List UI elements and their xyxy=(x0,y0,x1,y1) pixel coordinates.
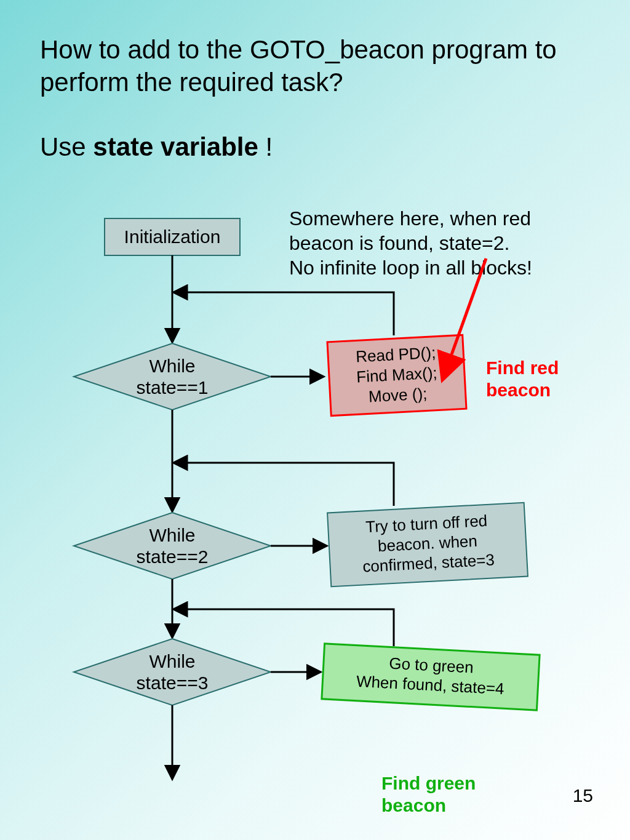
arrow-proc1-feedback xyxy=(174,292,394,335)
diamond-state-3 xyxy=(74,639,271,705)
proc-turn-off-red: Try to turn off red beacon. when confirm… xyxy=(327,503,528,587)
diamond2-line2: state==2 xyxy=(137,546,209,567)
proc1-line3: Move (); xyxy=(368,384,428,406)
diamond-state-2 xyxy=(74,513,271,579)
diamond1-line1: While xyxy=(149,356,195,376)
diamond3-line2: state==3 xyxy=(137,673,209,693)
diamond-state-1 xyxy=(74,343,271,410)
arrow-proc2-feedback xyxy=(174,463,394,506)
diamond1-line2: state==1 xyxy=(137,377,209,398)
arrow-proc3-feedback xyxy=(174,609,394,646)
diamond3-line1: While xyxy=(149,651,195,671)
proc-go-to-green: Go to green When found, state=4 xyxy=(322,644,540,710)
flowchart-svg: Initialization While state==1 Read PD();… xyxy=(0,0,630,840)
init-box-label: Initialization xyxy=(124,226,221,247)
diamond2-line1: While xyxy=(149,525,195,545)
